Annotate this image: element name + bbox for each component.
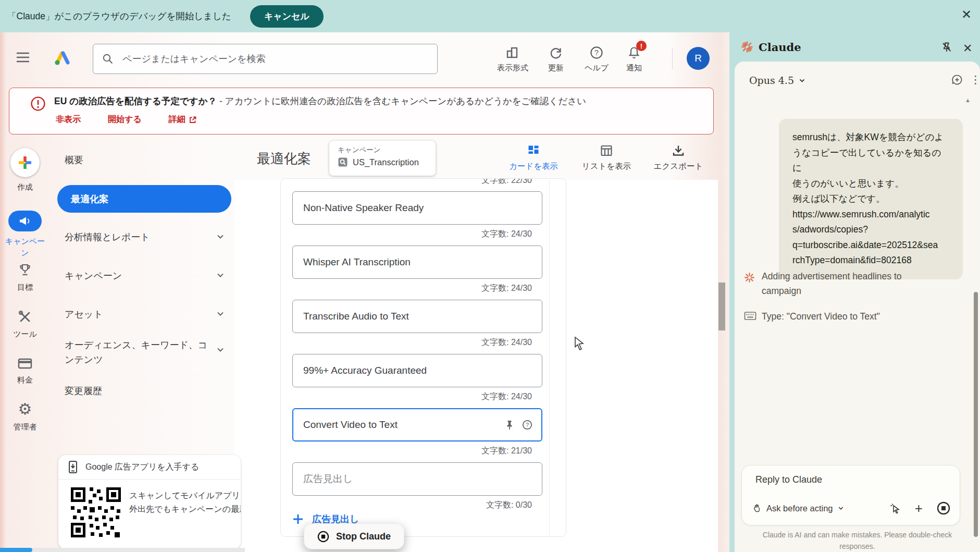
- banner-start-link[interactable]: 開始する: [108, 114, 142, 125]
- headlines-card: 文字数: 22/30 文字数: 24/30 文字数: 24/30 文字数: 24…: [280, 178, 566, 537]
- rail-item-campaigns[interactable]: キャンペーン: [0, 211, 50, 259]
- attach-plus-icon[interactable]: +: [915, 502, 923, 514]
- search-bar[interactable]: [93, 44, 438, 74]
- tools-icon: [18, 310, 32, 324]
- view-cards-toggle[interactable]: カードを表示: [500, 144, 567, 175]
- eu-political-ads-banner: EU の政治広告を配信する予定ですか？ - アカウントに欧州連合の政治広告を含む…: [9, 88, 714, 134]
- chevron-down-icon: [838, 505, 844, 511]
- unpin-icon[interactable]: [941, 42, 952, 53]
- claude-disclaimer-2: responses.: [735, 542, 980, 550]
- page-scrollbar-thumb[interactable]: [718, 283, 725, 330]
- claude-status-text: Adding advertisement headlines to campai…: [762, 269, 939, 298]
- stop-claude-button[interactable]: Stop Claude: [304, 523, 404, 549]
- campaign-chip[interactable]: キャンペーン US_Transcription: [329, 141, 436, 176]
- hamburger-menu-icon[interactable]: [16, 51, 30, 64]
- claude-status-icon: [744, 272, 755, 283]
- new-chat-icon[interactable]: [951, 74, 963, 85]
- reply-box: Ask before acting +: [741, 465, 960, 525]
- search-campaign-icon: [338, 157, 348, 167]
- banner-hide-link[interactable]: 非表示: [56, 114, 81, 125]
- bottom-strip: [0, 548, 245, 552]
- chevron-down-icon[interactable]: [216, 271, 225, 280]
- rail-item-goals[interactable]: 目標: [0, 263, 50, 293]
- search-input[interactable]: [121, 53, 415, 65]
- char-counter: 文字数: 24/30: [292, 337, 542, 348]
- permission-mode-selector[interactable]: Ask before acting: [752, 504, 844, 513]
- ads-app-promo-card: Google 広告アプリを入手する スキャンしてモバイルアプ: [58, 455, 241, 549]
- google-ads-logo[interactable]: [52, 49, 72, 67]
- promo-desc-2: 外出先でもキャンペーンの最新: [129, 504, 241, 515]
- cancel-debug-button[interactable]: キャンセル: [250, 5, 324, 28]
- bell-icon: !: [628, 45, 640, 60]
- nav-change-history[interactable]: 変更履歴: [65, 385, 102, 397]
- view-list-toggle[interactable]: リストを表示: [573, 144, 640, 175]
- cursor-action-icon[interactable]: [889, 502, 901, 514]
- headline-row-4[interactable]: [292, 354, 542, 387]
- header-divider: [672, 48, 673, 69]
- stop-generation-icon[interactable]: [937, 501, 950, 515]
- headline-input-2[interactable]: [302, 256, 532, 268]
- char-counter: 文字数: 24/30: [292, 283, 542, 293]
- svg-text:?: ?: [526, 422, 529, 428]
- char-counter: 文字数: 0/30: [292, 500, 542, 510]
- account-avatar[interactable]: R: [687, 47, 710, 70]
- banner-text: EU の政治広告を配信する予定ですか？ - アカウントに欧州連合の政治広告を含む…: [54, 95, 586, 107]
- rail-item-admin[interactable]: ⚙ 管理者: [0, 401, 50, 433]
- char-counter: 文字数: 24/30: [292, 391, 542, 402]
- headline-row-6-empty[interactable]: [292, 462, 542, 496]
- headline-input-3[interactable]: [302, 310, 532, 323]
- create-plus-icon: [10, 148, 40, 177]
- headline-row-2[interactable]: [292, 246, 542, 279]
- model-selector[interactable]: Opus 4.5: [749, 75, 805, 86]
- headline-input-4[interactable]: [302, 364, 532, 377]
- chevron-down-icon[interactable]: [216, 232, 225, 241]
- refresh-icon: [549, 45, 563, 60]
- download-icon: [672, 144, 685, 157]
- chevron-down-icon[interactable]: [216, 345, 225, 354]
- reply-input[interactable]: [754, 474, 949, 486]
- bottom-progress-strip: [0, 548, 32, 552]
- megaphone-icon: [8, 211, 42, 231]
- nav-optimization-active[interactable]: 最適化案: [57, 185, 231, 213]
- gear-icon: ⚙: [18, 401, 32, 417]
- char-counter: 文字数: 24/30: [292, 229, 542, 239]
- claude-disclaimer-1: Claude is AI and can make mistakes. Plea…: [735, 531, 980, 539]
- google-ads-page: 表示形式 更新 ? ヘルプ ! 通知 R EU の政治広告を配信する予定ですか？…: [0, 32, 729, 552]
- nav-overview[interactable]: 概要: [65, 154, 83, 166]
- headline-input-5[interactable]: [302, 419, 500, 431]
- banner-details-link[interactable]: 詳細: [169, 114, 197, 125]
- notifications-button[interactable]: ! 通知: [605, 45, 663, 75]
- export-button[interactable]: エクスポート: [644, 144, 712, 175]
- warning-icon: [30, 96, 46, 112]
- headline-row-3[interactable]: [292, 300, 542, 333]
- close-panel-icon[interactable]: ✕: [963, 42, 972, 55]
- hand-icon: [752, 504, 762, 513]
- headline-input-6[interactable]: [302, 473, 532, 485]
- search-icon: [102, 53, 114, 65]
- nav-assets[interactable]: アセット: [65, 308, 103, 321]
- phone-download-icon: [68, 460, 78, 474]
- headline-input-1[interactable]: [302, 202, 532, 214]
- kebab-menu-icon[interactable]: ⋮: [970, 73, 980, 86]
- rail-item-tools[interactable]: ツール: [0, 310, 50, 340]
- claude-scrollbar-thumb[interactable]: [974, 292, 978, 537]
- chevron-down-icon: [799, 77, 805, 84]
- rail-item-create[interactable]: 作成: [0, 148, 50, 193]
- help-icon: ?: [590, 45, 603, 60]
- close-icon[interactable]: ✕: [961, 7, 972, 22]
- pin-icon[interactable]: [505, 420, 514, 430]
- headline-row-1[interactable]: [292, 191, 542, 225]
- debug-message: 「Claude」がこのブラウザのデバッグを開始しました: [7, 10, 231, 22]
- headline-row-5-focused[interactable]: ?: [292, 408, 542, 441]
- rail-item-billing[interactable]: 料金: [0, 357, 50, 386]
- cards-view-icon: [527, 144, 540, 157]
- scroll-up-arrow[interactable]: ▲: [965, 97, 971, 103]
- claude-logo-icon: [741, 41, 753, 53]
- help-circle-icon[interactable]: ?: [522, 420, 532, 430]
- nav-insights[interactable]: 分析情報とレポート: [65, 231, 150, 243]
- chevron-down-icon[interactable]: [216, 309, 225, 318]
- promo-title: Google 広告アプリを入手する: [85, 462, 199, 473]
- nav-campaigns[interactable]: キャンペーン: [65, 269, 122, 282]
- trophy-icon: [18, 263, 32, 277]
- nav-audiences[interactable]: オーディエンス、キーワード、コンテンツ: [65, 338, 208, 367]
